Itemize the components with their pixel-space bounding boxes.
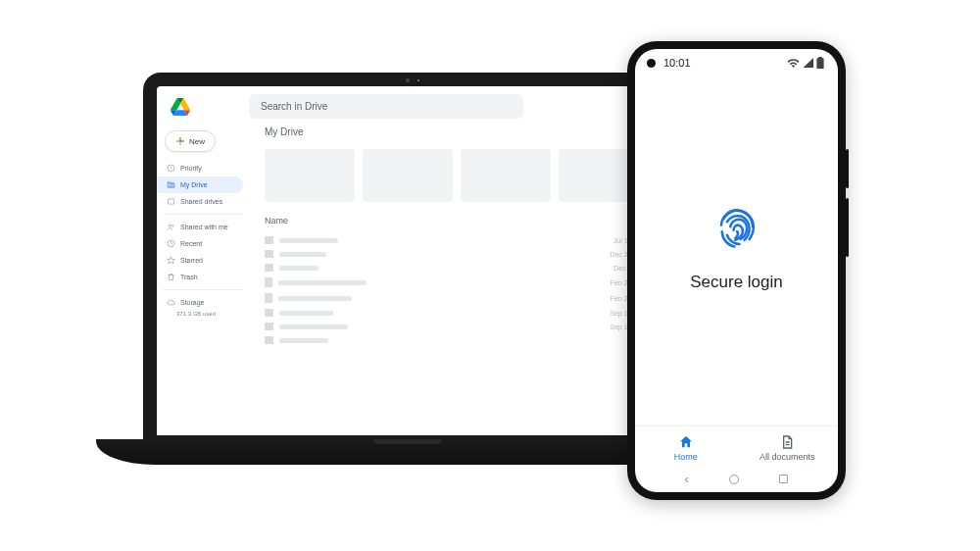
sidebar-item-shared-drives[interactable]: Shared drives [157,193,243,210]
laptop-screen: Search in Drive New Priority My Drive Sh… [157,86,659,435]
folder-icon [265,236,273,244]
secure-login-screen: Secure login [635,69,838,426]
folder-icon [265,264,273,272]
file-row[interactable]: Dec 9, 2019 [265,261,659,275]
drive-body: New Priority My Drive Shared drives Shar… [157,123,659,435]
search-input[interactable]: Search in Drive [249,94,523,119]
tab-all-documents[interactable]: All documents [737,426,839,468]
new-button-label: New [189,137,205,146]
status-bar: 10:01 [635,49,838,69]
phone-device: 10:01 Secure login Ho [627,41,846,500]
divider [163,214,243,215]
svg-marker-5 [168,257,175,264]
sidebar-item-trash[interactable]: Trash [157,269,243,285]
file-row[interactable]: Feb 26, 2021 [265,275,659,290]
card-placeholder[interactable] [363,149,453,202]
wifi-icon [787,58,800,68]
column-header-name: Name [265,216,659,225]
file-name-placeholder [279,325,348,329]
card-placeholder[interactable] [461,149,551,202]
new-button[interactable]: New [165,130,216,152]
sidebar: New Priority My Drive Shared drives Shar… [157,123,249,435]
suggested-cards [265,149,659,202]
drive-logo-icon [171,98,190,116]
drive-folder-icon [167,180,175,189]
main-content: My Drive Name Jul 15, 2020 Dec 23, 2019 … [249,123,659,435]
phone-power-button [846,149,849,188]
clock-icon [167,239,175,248]
priority-icon [167,164,175,173]
file-name-placeholder [279,238,338,243]
doc-icon [265,293,272,303]
home-button[interactable] [729,475,739,484]
file-name-placeholder [279,266,318,271]
system-nav: ‹ [635,468,838,492]
shared-drives-icon [167,197,175,206]
signal-icon [803,58,813,68]
sidebar-item-priority[interactable]: Priority [157,160,243,176]
divider [163,289,243,290]
file-name-placeholder [278,296,352,301]
status-time: 10:01 [663,57,691,69]
cloud-icon [167,298,175,307]
file-name-placeholder [279,338,328,343]
file-name-placeholder [278,280,367,285]
folder-icon [265,336,273,344]
file-row[interactable]: Sep 15, 2020 [265,320,659,333]
people-icon [167,223,175,231]
webcam-icon [406,78,410,82]
folder-icon [265,309,273,317]
file-row[interactable]: Dec 23, 2019 [265,247,659,261]
file-row[interactable]: Feb 26, 2021 [265,290,659,306]
home-icon [678,434,694,450]
svg-rect-1 [169,199,174,204]
laptop-base [96,439,719,465]
laptop-device: Search in Drive New Priority My Drive Sh… [143,73,672,465]
file-row[interactable]: Jul 15, 2020 [265,233,659,247]
svg-point-3 [172,225,174,227]
doc-icon [265,277,272,287]
svg-point-2 [169,225,171,226]
star-icon [167,256,175,265]
sidebar-item-my-drive[interactable]: My Drive [157,176,243,193]
file-name-placeholder [279,311,333,316]
folder-icon [265,323,273,330]
sidebar-item-starred[interactable]: Starred [157,252,243,269]
secure-login-title: Secure login [690,273,783,292]
bottom-tabs: Home All documents [635,426,838,468]
camera-hole-icon [647,59,656,68]
plus-icon [175,136,185,146]
folder-icon [265,250,273,258]
file-row[interactable] [265,333,659,347]
file-row[interactable]: Sep 15, 2020 [265,306,659,320]
trash-icon [167,273,175,281]
document-icon [779,434,795,450]
tab-home[interactable]: Home [635,426,737,468]
storage-used-label: 371.3 GB used [163,311,243,317]
phone-volume-button [846,198,849,257]
sidebar-item-shared-with-me[interactable]: Shared with me [157,219,243,235]
card-placeholder[interactable] [265,149,355,202]
page-title: My Drive [265,126,659,137]
status-icons [787,57,824,69]
webcam-led-icon [417,79,419,81]
phone-screen: 10:01 Secure login Ho [635,49,838,492]
back-button[interactable]: ‹ [685,472,689,486]
fingerprint-icon[interactable] [710,202,763,255]
recents-button[interactable] [779,475,788,483]
battery-icon [816,57,824,69]
laptop-bezel: Search in Drive New Priority My Drive Sh… [143,73,672,439]
drive-header: Search in Drive [157,86,659,123]
sidebar-item-storage[interactable]: Storage [157,294,243,311]
sidebar-item-recent[interactable]: Recent [157,235,243,252]
file-name-placeholder [279,252,326,257]
